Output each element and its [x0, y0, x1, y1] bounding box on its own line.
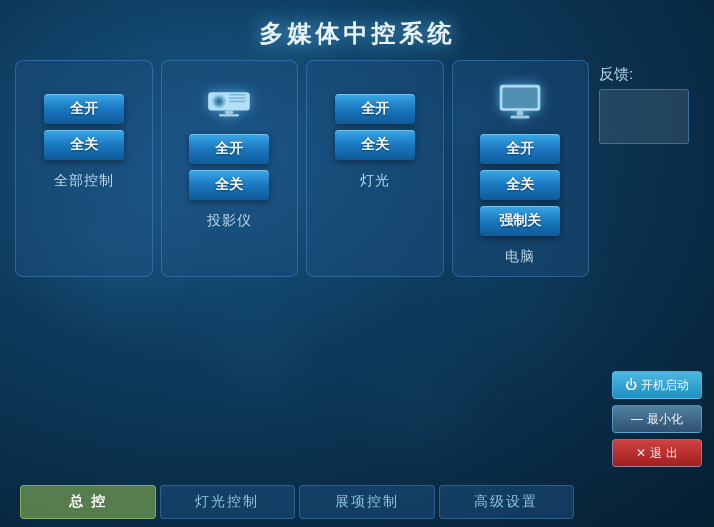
- app-title: 多媒体中控系统: [0, 18, 714, 50]
- panel-all-control: 全开全关全部控制: [15, 60, 153, 277]
- tab-advanced-settings[interactable]: 高级设置: [439, 485, 575, 519]
- svg-rect-8: [219, 114, 239, 117]
- panel-lighting: 全开全关灯光: [306, 60, 444, 277]
- svg-rect-11: [517, 111, 523, 116]
- btn-comp-force-off[interactable]: 强制关: [480, 206, 560, 236]
- btn-light-on[interactable]: 全开: [335, 94, 415, 124]
- system-buttons: ⏻开机启动—最小化✕退 出: [612, 371, 702, 467]
- bokeh-5: [350, 327, 500, 477]
- svg-point-3: [217, 99, 221, 103]
- svg-rect-5: [229, 97, 246, 99]
- panel-icon-computer: [495, 76, 545, 126]
- btn-group-lighting: 全开全关: [317, 94, 433, 160]
- btn-group-computer: 全开全关强制关: [463, 134, 579, 236]
- main-background: 多媒体中控系统 全开全关全部控制 全开全关投影仪全开全关灯光: [0, 0, 714, 527]
- minimize-icon: —: [631, 412, 643, 426]
- sys-btn-minimize[interactable]: —最小化: [612, 405, 702, 433]
- svg-rect-12: [511, 115, 530, 118]
- panel-icon-projector: [204, 76, 254, 126]
- btn-group-projector: 全开全关: [172, 134, 288, 200]
- btn-proj-on[interactable]: 全开: [189, 134, 269, 164]
- right-panel: 反馈:: [589, 60, 699, 277]
- btn-all-on[interactable]: 全开: [44, 94, 124, 124]
- svg-rect-6: [229, 101, 246, 103]
- bokeh-2: [200, 300, 320, 420]
- power-label: 开机启动: [641, 377, 689, 394]
- exit-label: 退 出: [650, 445, 677, 462]
- svg-rect-7: [225, 111, 233, 114]
- tab-main-control[interactable]: 总 控: [20, 485, 156, 519]
- sys-btn-power[interactable]: ⏻开机启动: [612, 371, 702, 399]
- tab-exhibition-control[interactable]: 展项控制: [299, 485, 435, 519]
- panel-projector: 全开全关投影仪: [161, 60, 299, 277]
- btn-light-off[interactable]: 全关: [335, 130, 415, 160]
- feedback-box: [599, 89, 689, 144]
- btn-group-all-control: 全开全关: [26, 94, 142, 160]
- exit-icon: ✕: [636, 446, 646, 460]
- panel-label-computer: 电脑: [505, 248, 535, 266]
- power-icon: ⏻: [625, 378, 637, 392]
- btn-comp-on[interactable]: 全开: [480, 134, 560, 164]
- panel-label-projector: 投影仪: [207, 212, 252, 230]
- svg-rect-10: [503, 87, 538, 108]
- minimize-label: 最小化: [647, 411, 683, 428]
- control-panels: 全开全关全部控制 全开全关投影仪全开全关灯光 全开全关强制关电脑: [15, 60, 589, 277]
- btn-comp-off[interactable]: 全关: [480, 170, 560, 200]
- btn-proj-off[interactable]: 全关: [189, 170, 269, 200]
- tab-bar: 总 控灯光控制展项控制高级设置: [0, 477, 594, 527]
- panel-computer: 全开全关强制关电脑: [452, 60, 590, 277]
- title-bar: 多媒体中控系统: [0, 0, 714, 60]
- panel-label-lighting: 灯光: [360, 172, 390, 190]
- tab-lighting-control[interactable]: 灯光控制: [160, 485, 296, 519]
- svg-rect-4: [229, 94, 246, 96]
- sys-btn-exit[interactable]: ✕退 出: [612, 439, 702, 467]
- feedback-label: 反馈:: [599, 65, 689, 84]
- btn-all-off[interactable]: 全关: [44, 130, 124, 160]
- panel-label-all-control: 全部控制: [54, 172, 114, 190]
